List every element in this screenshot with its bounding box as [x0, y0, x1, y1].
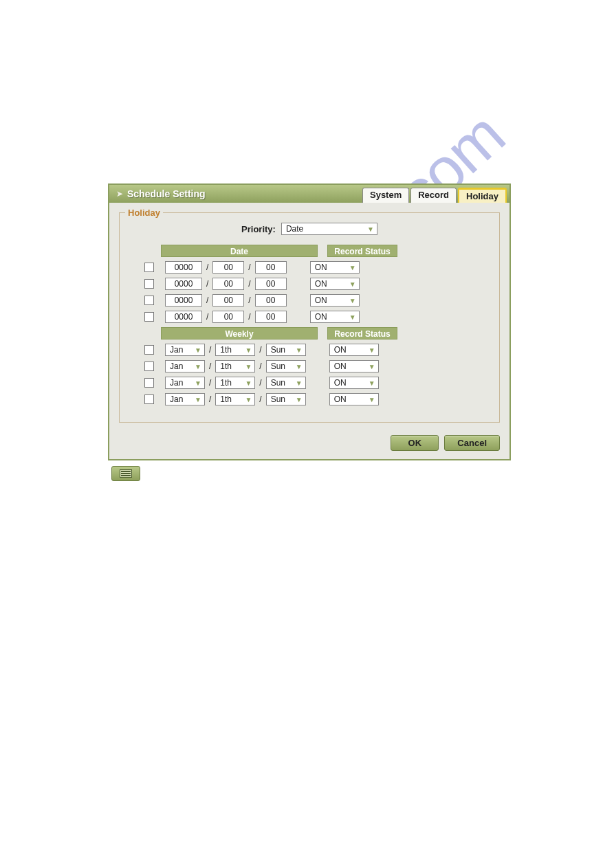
date-row-checkbox[interactable] [144, 296, 154, 305]
weekly-month-value: Jan [170, 345, 183, 355]
dropdown-icon: ▼ [296, 363, 303, 370]
weekly-day-select[interactable]: Sun ▼ [266, 393, 306, 405]
weekly-day-value: Sun [271, 378, 285, 388]
date-day-input[interactable]: 00 [255, 278, 287, 290]
record-status-select[interactable]: ON ▼ [329, 377, 379, 389]
date-day-input[interactable]: 00 [255, 294, 287, 307]
date-year-input[interactable]: 0000 [165, 261, 202, 274]
separator: / [206, 279, 208, 289]
separator: / [209, 394, 211, 404]
record-status-value: ON [334, 361, 347, 371]
dropdown-icon: ▼ [296, 346, 303, 354]
fieldset-legend: Holiday [125, 208, 163, 218]
record-status-select[interactable]: ON ▼ [310, 278, 360, 290]
separator: / [209, 361, 211, 371]
date-year-input[interactable]: 0000 [165, 278, 202, 290]
separator: / [259, 361, 261, 371]
cancel-button[interactable]: Cancel [444, 435, 500, 451]
dropdown-icon: ▼ [369, 396, 375, 403]
date-month-input[interactable]: 00 [212, 278, 244, 290]
record-status-header: Record Status [327, 327, 397, 340]
dropdown-icon: ▼ [245, 346, 252, 354]
weekly-month-select[interactable]: Jan ▼ [165, 360, 205, 372]
record-status-value: ON [315, 279, 327, 289]
weekly-day-select[interactable]: Sun ▼ [266, 360, 306, 372]
separator: / [248, 296, 250, 305]
weekly-row-checkbox[interactable] [144, 361, 154, 371]
date-row-checkbox[interactable] [144, 279, 154, 289]
record-status-value: ON [334, 345, 347, 355]
record-status-select[interactable]: ON ▼ [310, 261, 360, 274]
record-status-value: ON [315, 312, 327, 322]
date-month-input[interactable]: 00 [212, 311, 244, 323]
record-status-value: ON [334, 378, 347, 388]
record-status-value: ON [315, 296, 327, 305]
weekly-row: Jan ▼ / 1th ▼ / Sun ▼ ON ▼ [144, 360, 480, 372]
date-year-input[interactable]: 0000 [165, 311, 202, 323]
weekly-ordinal-select[interactable]: 1th ▼ [215, 393, 255, 405]
weekly-row-checkbox[interactable] [144, 345, 154, 355]
date-row: 0000 / 00 / 00 ON ▼ [144, 278, 480, 290]
date-month-input[interactable]: 00 [212, 261, 244, 274]
weekly-day-value: Sun [271, 345, 285, 355]
weekly-month-select[interactable]: Jan ▼ [165, 393, 205, 405]
weekly-ordinal-select[interactable]: 1th ▼ [215, 377, 255, 389]
weekly-month-value: Jan [170, 394, 183, 404]
record-status-select[interactable]: ON ▼ [310, 294, 360, 307]
dropdown-icon: ▼ [349, 297, 356, 304]
separator: / [259, 394, 261, 404]
weekly-month-select[interactable]: Jan ▼ [165, 377, 205, 389]
schedule-list-button[interactable] [111, 466, 140, 481]
record-status-select[interactable]: ON ▼ [310, 311, 360, 323]
tab-system[interactable]: System [362, 188, 409, 203]
date-year-input[interactable]: 0000 [165, 294, 202, 307]
dropdown-icon: ▼ [245, 379, 252, 387]
weekly-row-checkbox[interactable] [144, 394, 154, 404]
record-status-select[interactable]: ON ▼ [329, 393, 379, 405]
record-status-value: ON [334, 394, 347, 404]
dialog-titlebar: ➤ Schedule Setting System Record Holiday [109, 185, 509, 203]
date-row: 0000 / 00 / 00 ON ▼ [144, 311, 480, 323]
record-status-select[interactable]: ON ▼ [329, 344, 379, 356]
weekly-day-value: Sun [271, 394, 285, 404]
weekly-month-select[interactable]: Jan ▼ [165, 344, 205, 356]
list-icon [120, 469, 132, 478]
dropdown-icon: ▼ [245, 396, 252, 403]
dropdown-icon: ▼ [195, 379, 201, 387]
dropdown-icon: ▼ [369, 346, 375, 354]
tab-record[interactable]: Record [410, 188, 457, 203]
weekly-month-value: Jan [170, 378, 183, 388]
dropdown-icon: ▼ [369, 363, 375, 370]
weekly-ordinal-value: 1th [220, 361, 232, 371]
priority-select[interactable]: Date ▼ [281, 223, 377, 235]
tab-holiday[interactable]: Holiday [458, 188, 507, 203]
ok-button[interactable]: OK [391, 435, 439, 451]
weekly-ordinal-value: 1th [220, 345, 232, 355]
dropdown-icon: ▼ [296, 396, 303, 403]
date-row-checkbox[interactable] [144, 263, 154, 272]
weekly-ordinal-value: 1th [220, 394, 232, 404]
weekly-section-headers: Weekly Record Status [161, 327, 480, 340]
separator: / [248, 312, 250, 322]
date-month-input[interactable]: 00 [212, 294, 244, 307]
dropdown-icon: ▼ [195, 363, 201, 370]
weekly-day-select[interactable]: Sun ▼ [266, 344, 306, 356]
weekly-day-value: Sun [271, 361, 285, 371]
weekly-row-checkbox[interactable] [144, 378, 154, 388]
weekly-row: Jan ▼ / 1th ▼ / Sun ▼ ON ▼ [144, 393, 480, 405]
record-status-select[interactable]: ON ▼ [329, 360, 379, 372]
dropdown-icon: ▼ [367, 225, 374, 233]
dropdown-icon: ▼ [195, 396, 201, 403]
separator: / [206, 263, 208, 272]
dropdown-icon: ▼ [195, 346, 201, 354]
weekly-ordinal-select[interactable]: 1th ▼ [215, 360, 255, 372]
dropdown-icon: ▼ [349, 313, 356, 321]
weekly-row: Jan ▼ / 1th ▼ / Sun ▼ ON ▼ [144, 344, 480, 356]
date-day-input[interactable]: 00 [255, 311, 287, 323]
weekly-ordinal-select[interactable]: 1th ▼ [215, 344, 255, 356]
date-row-checkbox[interactable] [144, 312, 154, 322]
priority-select-value: Date [286, 224, 303, 234]
date-day-input[interactable]: 00 [255, 261, 287, 274]
weekly-day-select[interactable]: Sun ▼ [266, 377, 306, 389]
titlebar-arrow-icon: ➤ [116, 189, 123, 199]
